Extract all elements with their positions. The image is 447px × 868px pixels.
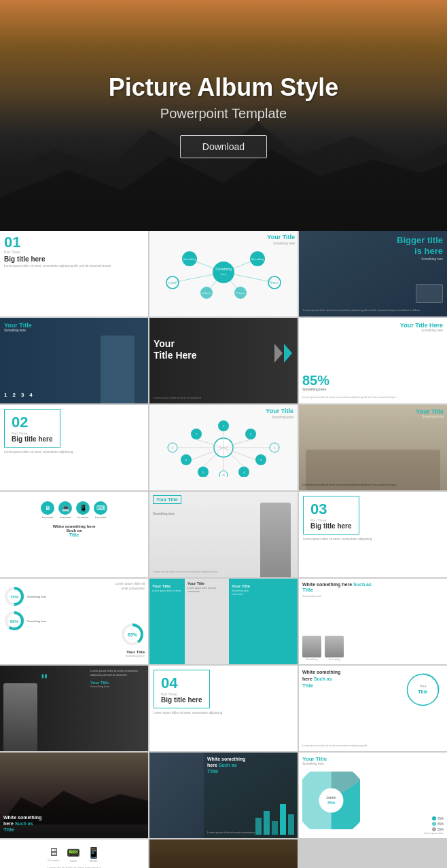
slide6-lorem: Lorem ipsum dolor sit amet consectetur a…: [302, 395, 444, 399]
slide-18: White somethinghere Such as Title Your T…: [299, 666, 447, 751]
slide-4: Your Title Something here 1 2 3 4: [0, 318, 148, 403]
slide18-lorem: Lorem ipsum dolor sit amet consectetur a…: [302, 744, 444, 748]
svg-text:75%: 75%: [10, 595, 19, 599]
slide2-circles-svg: Something here Something Something S her…: [151, 245, 296, 300]
slide17-num: 04: [161, 674, 202, 692]
slide11-lorem: Lorem ipsum dolor sit amet consectetur a…: [153, 570, 260, 574]
slide-21: Your Title Something here Lorem 75% 75% …: [299, 753, 447, 838]
icon4-label: Lorem text: [94, 516, 107, 519]
slide3-title: Bigger titleis here: [397, 235, 443, 256]
icon2-label: Lorem text: [58, 516, 72, 519]
pie65: 65%: [120, 622, 145, 647]
person1-label: Something: [302, 658, 321, 661]
slide13-label1: Something here: [27, 595, 46, 598]
slide12-num: 03: [310, 501, 352, 518]
slide-1: 01 Part Three Big title here Lorem ipsum…: [0, 231, 148, 317]
icon1-label: Lorem text: [41, 516, 54, 519]
slide8-network-svg: 1 2 3 4 5 6 7 8 9 10: [151, 419, 296, 477]
slide17-big-title: Big title here: [161, 696, 202, 704]
slide6-sub: Something here: [303, 329, 443, 332]
computer-icon: 🖥: [48, 846, 60, 858]
slide4-title: Your Title: [4, 322, 32, 329]
slide3-lorem: Lorem ipsum dolor sit amet consectetur a…: [303, 308, 443, 312]
slide-17: 04 Part Three Big title here Lorem ipsum…: [149, 666, 298, 751]
slide16-sub: Something here: [90, 685, 145, 688]
svg-text:8: 8: [172, 447, 173, 450]
slide9-lorem: Lorem ipsum dolor sit amet consectetur a…: [302, 483, 444, 487]
slide15-sub: Something here: [302, 594, 444, 598]
svg-text:85%: 85%: [10, 619, 19, 623]
svg-text:75%: 75%: [327, 801, 336, 805]
slide21-pie-svg: Lorem 75%: [302, 772, 360, 829]
mobile-icon: 📱: [87, 846, 101, 859]
download-button[interactable]: Download: [180, 135, 267, 158]
slide13-sub: Something here: [120, 654, 145, 657]
tablet-icon: 📟: [67, 846, 80, 859]
slide4-step4: 4: [29, 392, 32, 398]
slide14-title1: Your Title: [152, 584, 182, 588]
icon4: ⌨: [94, 501, 107, 515]
pie75: 75%: [3, 585, 25, 607]
person1: Something: [302, 636, 321, 661]
person2-label: Something: [325, 658, 344, 661]
slide-16: " Lorem ipsum dolor sit amet consectetur…: [0, 666, 148, 751]
slide15-text1: White something here Such as: [302, 582, 444, 587]
person2: Something: [325, 636, 344, 661]
slide-7: 02 Part Three Big title here Lorem ipsum…: [0, 405, 148, 490]
slide1-num: 01: [4, 235, 144, 250]
slide-22: 🖥 Computer 📟 Tablet 📱 Mobile Lorem ipsum…: [0, 839, 148, 868]
slide11-title: Your Title: [156, 497, 178, 502]
slide4-sub: Something here: [4, 329, 32, 332]
slide14-lorem2: Lorem ipsum dolor sit amet consectetur: [187, 587, 226, 594]
slide5-title: YourTitle Here: [154, 338, 197, 361]
slide7-lorem: Lorem ipsum dolor sit amet, consectetur …: [4, 450, 144, 454]
icon3-label: Lorem text: [76, 516, 90, 519]
device-tablet: 📟 Tablet: [67, 846, 80, 863]
slide14-sub1: Lorem ipsum dolor sit amet: [152, 590, 182, 592]
slide22-text: Lorem ipsum dolor sit amet consectetur: [0, 865, 148, 868]
slide6-title: Your Title Here: [303, 322, 443, 329]
slide21-sub: Something here: [302, 762, 327, 765]
slide20-text: White somethinghere Such as Title: [207, 756, 294, 774]
slide-10: 🖥 Lorem text 💻 Lorem text 📱 Lorem text ⌨…: [0, 492, 148, 577]
slide-6: Your Title Here Something here 85% Somet…: [299, 318, 447, 403]
slide-15: White something here Such as Title Somet…: [299, 579, 447, 664]
slide7-big-title: Big title here: [12, 435, 53, 443]
slide18-title: Title: [302, 683, 363, 689]
quote-icon: ": [41, 671, 48, 689]
slide-19: White somethinghere Such as Title: [0, 753, 148, 838]
slide20-lorem: Lorem ipsum dolor sit amet consectetur: [207, 831, 255, 835]
slides-grid: 01 Part Three Big title here Lorem ipsum…: [0, 231, 447, 868]
slide-5: YourTitle Here Lorem ipsum dolor sit ame…: [149, 318, 298, 403]
slide-8: Your Title Something here 1 2 3 4 5 6 7 …: [149, 405, 298, 490]
slide14-sub3: Something hereLorem text: [232, 590, 295, 596]
slide14-title3: Your Title: [232, 584, 295, 588]
slide4-step1: 1: [4, 392, 7, 398]
slide10-title: Title: [5, 532, 143, 537]
slide21-title: Your Title: [302, 756, 327, 762]
slide18-circle-area: Your Title: [404, 671, 442, 711]
device-mobile: 📱 Mobile: [87, 846, 101, 863]
slide11-sub: Something here: [153, 512, 175, 516]
person2-photo: [325, 636, 344, 657]
slide-13: Lorem ipsum dolor sitamet consectetur 75…: [0, 579, 148, 664]
slide20-bars: [255, 797, 294, 835]
slide14-title2: Your Title: [187, 581, 226, 585]
hero-section: Picture Album Style Powerpoint Template …: [0, 0, 447, 231]
svg-text:65%: 65%: [128, 632, 138, 637]
slide21-lorem: Lorem ipsum dolor: [424, 832, 444, 835]
slide15-title: Title: [302, 587, 444, 593]
tablet-label: Tablet: [67, 859, 80, 863]
slide-20: White somethinghere Such as Title Lorem …: [149, 753, 298, 838]
pie85: 85%: [3, 610, 25, 632]
slide13-label2: Something here: [27, 619, 46, 623]
svg-text:Lorem: Lorem: [326, 795, 336, 799]
slide12-big-title: Big title here: [310, 522, 352, 530]
icon1: 🖥: [41, 501, 54, 515]
hero-title: Picture Album Style: [109, 73, 339, 102]
slide1-big-title: Big title here: [4, 255, 144, 263]
icon3: 📱: [76, 501, 90, 515]
slide1-lorem: Lorem ipsum dolor sit amet, consectetur …: [4, 264, 144, 268]
hero-subtitle: Powerpoint Template: [160, 106, 287, 122]
slide-12: 03 Part Three Big title here Lorem ipsum…: [299, 492, 447, 577]
